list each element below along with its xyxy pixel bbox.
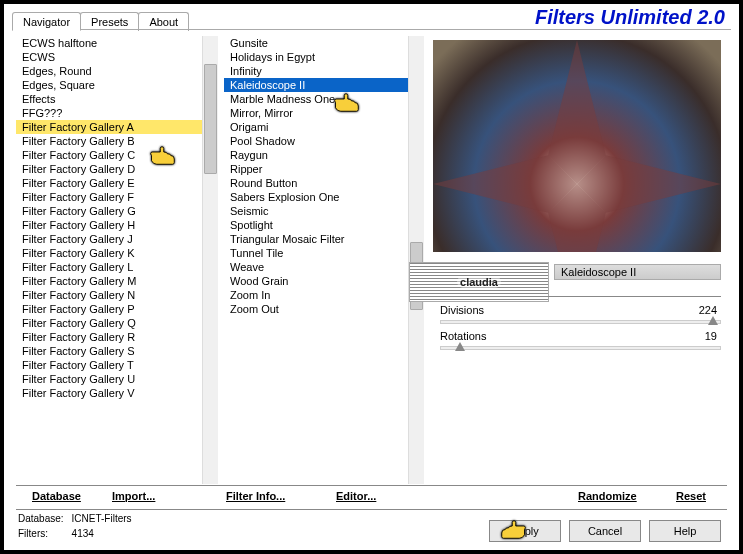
category-item[interactable]: Filter Factory Gallery T (16, 358, 218, 372)
status-area: Database:ICNET-Filters Filters:4134 (16, 510, 134, 542)
category-item[interactable]: ECWS (16, 50, 218, 64)
filter-item[interactable]: Raygun (224, 148, 424, 162)
category-item[interactable]: Filter Factory Gallery L (16, 260, 218, 274)
status-db-value: ICNET-Filters (72, 512, 132, 525)
filter-preview (433, 40, 721, 252)
category-list-wrap: ECWS halftoneECWSEdges, RoundEdges, Squa… (16, 36, 218, 484)
rotations-slider[interactable] (440, 346, 721, 350)
filter-item[interactable]: Infinity (224, 64, 424, 78)
category-item[interactable]: Filter Factory Gallery F (16, 190, 218, 204)
filter-item[interactable]: Mirror, Mirror (224, 106, 424, 120)
cancel-button[interactable]: Cancel (569, 520, 641, 542)
randomize-button[interactable]: Randomize (578, 490, 637, 502)
tab-navigator[interactable]: Navigator (12, 12, 81, 31)
filter-item[interactable]: Sabers Explosion One (224, 190, 424, 204)
divisions-value: 224 (699, 304, 717, 316)
category-item[interactable]: ECWS halftone (16, 36, 218, 50)
rotations-value: 19 (705, 330, 717, 342)
filter-item[interactable]: Zoom Out (224, 302, 424, 316)
editor-button[interactable]: Editor... (336, 490, 376, 502)
filter-item[interactable]: Marble Madness One (224, 92, 424, 106)
tab-underline (12, 29, 731, 30)
filter-item[interactable]: Ripper (224, 162, 424, 176)
database-button[interactable]: Database (32, 490, 81, 502)
filter-list[interactable]: GunsiteHolidays in EgyptInfinityKaleidos… (224, 36, 424, 484)
rotations-label: Rotations (440, 330, 486, 342)
category-item[interactable]: Filter Factory Gallery R (16, 330, 218, 344)
window-frame: Filters Unlimited 2.0 Navigator Presets … (2, 2, 741, 552)
filter-item[interactable]: Origami (224, 120, 424, 134)
filter-item[interactable]: Triangular Mosaic Filter (224, 232, 424, 246)
category-scrollbar[interactable] (202, 36, 218, 484)
category-item[interactable]: Filter Factory Gallery V (16, 386, 218, 400)
status-filters-label: Filters: (18, 527, 70, 540)
category-item[interactable]: Filter Factory Gallery J (16, 232, 218, 246)
filter-item[interactable]: Holidays in Egypt (224, 50, 424, 64)
filter-item[interactable]: Pool Shadow (224, 134, 424, 148)
help-button[interactable]: Help (649, 520, 721, 542)
scrollbar-thumb[interactable] (204, 64, 217, 174)
filter-item[interactable]: Seismic (224, 204, 424, 218)
category-item[interactable]: Filter Factory Gallery M (16, 274, 218, 288)
divider (440, 296, 721, 297)
filter-item[interactable]: Kaleidoscope II (224, 78, 424, 92)
category-item[interactable]: Filter Factory Gallery U (16, 372, 218, 386)
category-item[interactable]: Filter Factory Gallery N (16, 288, 218, 302)
category-item[interactable]: Filter Factory Gallery A (16, 120, 218, 134)
filter-item[interactable]: Tunnel Tile (224, 246, 424, 260)
current-filter-name: Kaleidoscope II (561, 266, 636, 278)
filter-item[interactable]: Round Button (224, 176, 424, 190)
toolbar-divider-top (16, 485, 727, 486)
category-item[interactable]: Edges, Round (16, 64, 218, 78)
category-item[interactable]: Filter Factory Gallery S (16, 344, 218, 358)
filter-scrollbar[interactable] (408, 36, 424, 484)
category-item[interactable]: Filter Factory Gallery K (16, 246, 218, 260)
watermark-text: claudia (457, 276, 501, 288)
category-item[interactable]: Filter Factory Gallery G (16, 204, 218, 218)
filter-item[interactable]: Zoom In (224, 288, 424, 302)
filter-item[interactable]: Gunsite (224, 36, 424, 50)
category-item[interactable]: FFG??? (16, 106, 218, 120)
category-item[interactable]: Filter Factory Gallery H (16, 218, 218, 232)
category-item[interactable]: Filter Factory Gallery E (16, 176, 218, 190)
divisions-handle[interactable] (708, 316, 718, 325)
category-item[interactable]: Filter Factory Gallery C (16, 148, 218, 162)
rotations-handle[interactable] (455, 342, 465, 351)
app-title: Filters Unlimited 2.0 (535, 6, 725, 29)
filter-item[interactable]: Weave (224, 260, 424, 274)
category-item[interactable]: Edges, Square (16, 78, 218, 92)
category-item[interactable]: Filter Factory Gallery P (16, 302, 218, 316)
category-item[interactable]: Filter Factory Gallery B (16, 134, 218, 148)
status-filters-value: 4134 (72, 527, 132, 540)
filter-list-wrap: GunsiteHolidays in EgyptInfinityKaleidos… (224, 36, 424, 484)
category-item[interactable]: Filter Factory Gallery D (16, 162, 218, 176)
reset-button[interactable]: Reset (676, 490, 706, 502)
apply-button[interactable]: Apply (489, 520, 561, 542)
category-list[interactable]: ECWS halftoneECWSEdges, RoundEdges, Squa… (16, 36, 218, 484)
import-button[interactable]: Import... (112, 490, 155, 502)
divisions-slider[interactable] (440, 320, 721, 324)
filter-item[interactable]: Spotlight (224, 218, 424, 232)
category-item[interactable]: Filter Factory Gallery Q (16, 316, 218, 330)
category-item[interactable]: Effects (16, 92, 218, 106)
filter-item[interactable]: Wood Grain (224, 274, 424, 288)
divisions-label: Divisions (440, 304, 484, 316)
status-db-label: Database: (18, 512, 70, 525)
filter-info-button[interactable]: Filter Info... (226, 490, 285, 502)
